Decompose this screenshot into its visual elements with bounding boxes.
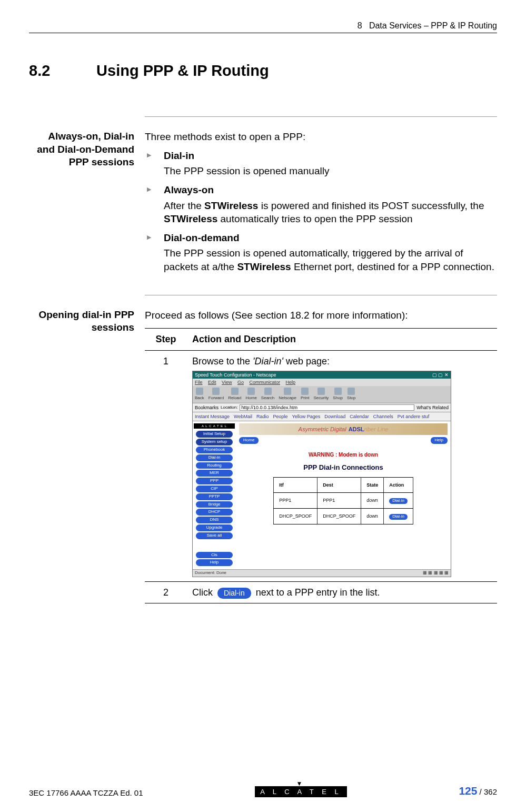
- th-action: Action and Description: [187, 329, 497, 350]
- print-button: Print: [301, 388, 309, 401]
- sidebar-item: PPP: [196, 478, 233, 484]
- desc: The PPP session is opened manually: [164, 164, 497, 178]
- step-action: Click Dial-in next to a PPP entry in the…: [187, 582, 497, 603]
- sidebar-item: System setup: [196, 439, 233, 445]
- adsl-banner: Asymmetric DigitalADSLriber Line: [239, 423, 448, 435]
- bookmarks-label: Bookmarks: [195, 404, 219, 411]
- th-step: Step: [145, 329, 187, 350]
- page-footer: 3EC 17766 AAAA TCZZA Ed. 01 A L C A T E …: [29, 785, 497, 797]
- section-title: 8.2 Using PPP & IP Routing: [29, 62, 497, 80]
- steps-table: Step Action and Description 1 Browse to …: [145, 328, 497, 603]
- menubar: File Edit View Go Communicator Help: [193, 379, 451, 386]
- running-header: 8 Data Services – PPP & IP Routing: [29, 21, 497, 33]
- term: Always-on: [164, 183, 497, 197]
- chapter-title: Data Services – PPP & IP Routing: [369, 21, 497, 30]
- dialin-button-icon: Dial-in: [217, 588, 251, 599]
- sidebar-item: Dial-in: [196, 454, 233, 461]
- sidebar-item: DHCP: [196, 509, 233, 516]
- section-number: 8.2: [29, 62, 92, 80]
- methods-list: Dial-in The PPP session is opened manual…: [145, 149, 497, 274]
- sidebar-item: PPTP: [196, 493, 233, 500]
- content-heading: PPP Dial-in Connections: [239, 463, 448, 472]
- doc-reference: 3EC 17766 AAAA TCZZA Ed. 01: [29, 788, 143, 797]
- sidebar-item: Initial Setup: [196, 431, 233, 438]
- sidebar-item: CIP: [196, 486, 233, 492]
- section-name: Using PPP & IP Routing: [96, 62, 269, 79]
- alcatel-logo-icon: A L C A T E L: [194, 423, 235, 429]
- whats-related: What's Related: [416, 404, 449, 411]
- intro-text-1: Three methods exist to open a PPP:: [145, 130, 497, 144]
- back-button: Back: [195, 388, 204, 401]
- step-num: 2: [145, 582, 187, 603]
- sidebar: A L C A T E L Initial Setup System setup…: [193, 421, 236, 569]
- block-opening-dialin: Opening dial-in PPP sessions Proceed as …: [145, 295, 497, 604]
- desc: After the STWireless is powered and fini…: [164, 199, 497, 226]
- sidebar-item: DNS: [196, 517, 233, 523]
- forward-button: Forward: [209, 388, 224, 401]
- help-pill: Help: [431, 437, 448, 444]
- sidebar-item: Phonebook: [196, 447, 233, 453]
- reload-button: Reload: [228, 388, 241, 401]
- table-row: 1 Browse to the 'Dial-in' web page: Spee…: [145, 350, 497, 581]
- shop-button: Shop: [333, 388, 343, 401]
- sidebar-item: Help: [196, 559, 233, 566]
- desc: The PPP session is opened automatically,…: [164, 246, 497, 273]
- security-button: Security: [313, 388, 329, 401]
- home-pill: Home: [239, 437, 259, 444]
- table-row: 2 Click Dial-in next to a PPP entry in t…: [145, 582, 497, 603]
- sidebar-item: Upgrade: [196, 524, 233, 531]
- side-heading-2: Opening dial-in PPP sessions: [29, 309, 134, 334]
- content-area: Asymmetric DigitalADSLriber Line Home He…: [236, 421, 451, 569]
- stop-button: Stop: [347, 388, 355, 401]
- list-item: Always-on After the STWireless is powere…: [145, 183, 497, 226]
- netscape-button: Netscape: [279, 388, 296, 401]
- term: Dial-on-demand: [164, 231, 497, 245]
- step-num: 1: [145, 350, 187, 581]
- block-ppp-methods: Always-on, Dial-in and Dial-on-Demand PP…: [145, 116, 497, 274]
- home-button: Home: [246, 388, 257, 401]
- side-heading-1: Always-on, Dial-in and Dial-on-Demand PP…: [29, 130, 134, 169]
- chapter-number: 8: [358, 21, 362, 30]
- sidebar-item: Cls: [196, 552, 233, 559]
- browser-screenshot: Speed Touch Configuration - Netscape ▢ ▢…: [192, 371, 451, 577]
- status-icons: ▦ ▦ ▦ ▦ ▦: [423, 570, 449, 576]
- sidebar-item: Save all: [196, 532, 233, 539]
- intro-text-2: Proceed as follows (See section 18.2 for…: [145, 309, 497, 322]
- sidebar-item: Routing: [196, 462, 233, 469]
- step-action: Browse to the 'Dial-in' web page: Speed …: [187, 350, 497, 581]
- statusbar: Document: Done ▦ ▦ ▦ ▦ ▦: [193, 569, 451, 577]
- window-controls-icon: ▢ ▢ ✕: [432, 372, 449, 378]
- window-titlebar: Speed Touch Configuration - Netscape ▢ ▢…: [193, 371, 451, 379]
- list-item: Dial-on-demand The PPP session is opened…: [145, 231, 497, 274]
- sidebar-item: Bridge: [196, 501, 233, 508]
- page-number: 125 / 362: [459, 785, 497, 797]
- alcatel-logo-icon: A L C A T E L: [255, 786, 346, 797]
- connections-table: ItfDestStateAction PPP1PPP1downDial-in D…: [273, 477, 413, 524]
- warning-text: WARNING : Modem is down: [239, 451, 448, 459]
- list-item: Dial-in The PPP session is opened manual…: [145, 149, 497, 178]
- search-button: Search: [261, 388, 274, 401]
- window-title: Speed Touch Configuration - Netscape: [195, 372, 276, 378]
- url-input: [240, 404, 414, 411]
- location-bar: Bookmarks Location: What's Related: [193, 403, 451, 412]
- term: Dial-in: [164, 149, 497, 163]
- toolbar: Back Forward Reload Home Search Netscape…: [193, 386, 451, 403]
- sidebar-item: MER: [196, 470, 233, 477]
- quicklinks-bar: Instant MessageWebMailRadioPeopleYellow …: [193, 412, 451, 421]
